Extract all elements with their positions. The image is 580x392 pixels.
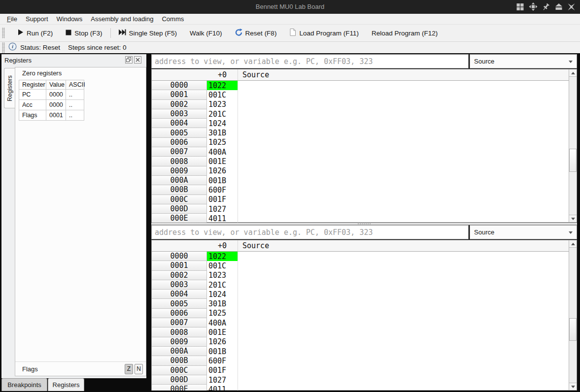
memory-address-cell[interactable]: 0002 (152, 271, 207, 280)
memory-value-cell[interactable]: 4011 (207, 385, 238, 391)
memory-value-cell[interactable]: 1024 (207, 119, 238, 128)
memory-address-cell[interactable]: 0006 (152, 309, 207, 318)
scroll-up-icon[interactable] (569, 240, 577, 248)
memory-value-cell[interactable]: 400A (207, 318, 238, 327)
memory-address-cell[interactable]: 000A (152, 176, 207, 185)
flag-n-button[interactable]: N (135, 364, 143, 374)
memory-value-cell[interactable]: 301B (207, 128, 238, 137)
memory-address-cell[interactable]: 0000 (152, 81, 207, 90)
memory-value-cell[interactable]: 001F (207, 366, 238, 375)
memory-value-cell[interactable]: 1023 (207, 100, 238, 109)
menu-assembly-and-loading[interactable]: Assembly and loading (91, 15, 153, 23)
memory-address-cell[interactable]: 0000 (152, 252, 207, 261)
address-input[interactable] (151, 54, 469, 68)
memory-address-cell[interactable]: 0003 (152, 280, 207, 290)
memory-address-cell[interactable]: 0004 (152, 119, 207, 128)
menu-comms[interactable]: Comms (162, 15, 184, 23)
vertical-tab-registers[interactable]: Registers (4, 68, 15, 108)
move-icon[interactable] (528, 2, 538, 11)
menu-file[interactable]: File (7, 15, 17, 23)
register-value-cell[interactable]: 0000 (46, 90, 66, 100)
memory-address-cell[interactable]: 0006 (152, 138, 207, 147)
memory-address-cell[interactable]: 0008 (152, 327, 207, 337)
memory-value-cell[interactable]: 1027 (207, 204, 238, 214)
shade-icon[interactable] (554, 2, 563, 11)
reload-program-button[interactable]: Reload Program (F12) (372, 30, 438, 37)
scrollbar-thumb[interactable] (569, 149, 577, 172)
memory-value-cell[interactable]: 201C (207, 280, 238, 290)
memory-value-cell[interactable]: 001B (207, 347, 238, 356)
memory-value-cell[interactable]: 001F (207, 195, 238, 204)
statusbar-drag-handle[interactable] (2, 42, 5, 53)
memory-address-cell[interactable]: 0009 (152, 337, 207, 347)
memory-value-cell[interactable]: 1026 (207, 166, 238, 176)
vertical-scrollbar[interactable] (569, 240, 577, 390)
memory-value-cell[interactable]: 001B (207, 176, 238, 185)
source-dropdown[interactable]: Source (470, 54, 577, 68)
memory-value-cell[interactable]: 1025 (207, 138, 238, 147)
memory-address-cell[interactable]: 0007 (152, 318, 207, 327)
memory-address-cell[interactable]: 000D (152, 375, 207, 385)
memory-address-cell[interactable]: 000A (152, 347, 207, 356)
memory-address-cell[interactable]: 0002 (152, 100, 207, 109)
memory-address-cell[interactable]: 000E (152, 214, 207, 223)
reset-button[interactable]: Reset (F8) (235, 29, 277, 37)
scroll-up-icon[interactable] (569, 69, 577, 77)
memory-address-cell[interactable]: 000D (152, 204, 207, 214)
walk-button[interactable]: Walk (F10) (190, 30, 222, 37)
scroll-down-icon[interactable] (569, 383, 577, 390)
load-program-button[interactable]: Load Program (F11) (289, 29, 359, 37)
address-input[interactable] (151, 225, 469, 239)
pin-icon[interactable] (541, 2, 550, 11)
memory-value-cell[interactable]: 301B (207, 299, 238, 308)
memory-value-cell[interactable]: 4011 (207, 214, 238, 223)
memory-value-cell[interactable]: 1022 (207, 81, 238, 90)
memory-value-cell[interactable]: 201C (207, 109, 238, 119)
memory-value-cell[interactable]: 1027 (207, 375, 238, 385)
close-icon[interactable] (567, 2, 576, 11)
menu-windows[interactable]: Windows (57, 15, 83, 23)
memory-address-cell[interactable]: 000C (152, 366, 207, 375)
memory-value-cell[interactable]: 1022 (207, 252, 238, 261)
single-step-button[interactable]: Single Step (F5) (119, 29, 177, 37)
memory-value-cell[interactable]: 001E (207, 157, 238, 166)
tab-registers[interactable]: Registers (48, 378, 84, 391)
memory-address-cell[interactable]: 0001 (152, 90, 207, 99)
memory-address-cell[interactable]: 000B (152, 356, 207, 365)
memory-value-cell[interactable]: 001C (207, 90, 238, 99)
memory-address-cell[interactable]: 000B (152, 185, 207, 195)
memory-value-cell[interactable]: 400A (207, 147, 238, 157)
toolbar-drag-handle[interactable] (2, 28, 5, 38)
memory-address-cell[interactable]: 0004 (152, 290, 207, 299)
flag-z-button[interactable]: Z (125, 364, 133, 374)
scrollbar-thumb[interactable] (569, 318, 577, 341)
memory-address-cell[interactable]: 000E (152, 385, 207, 391)
register-value-cell[interactable]: 0001 (46, 110, 66, 121)
dock-close-icon[interactable] (134, 56, 141, 64)
memory-value-cell[interactable]: 1024 (207, 290, 238, 299)
source-dropdown[interactable]: Source (470, 225, 577, 239)
memory-value-cell[interactable]: 1026 (207, 337, 238, 347)
scroll-down-icon[interactable] (569, 215, 577, 222)
memory-value-cell[interactable]: 600F (207, 356, 238, 365)
tab-breakpoints[interactable]: Breakpoints (1, 378, 47, 391)
memory-value-cell[interactable]: 001E (207, 327, 238, 337)
memory-address-cell[interactable]: 0008 (152, 157, 207, 166)
dock-float-icon[interactable] (125, 56, 133, 64)
vertical-scrollbar[interactable] (569, 69, 577, 222)
memory-value-cell[interactable]: 600F (207, 185, 238, 195)
run-button[interactable]: Run (F2) (18, 29, 53, 37)
memory-address-cell[interactable]: 0003 (152, 109, 207, 119)
tile-grid-icon[interactable] (515, 2, 525, 11)
memory-address-cell[interactable]: 0001 (152, 261, 207, 270)
memory-value-cell[interactable]: 001C (207, 261, 238, 270)
register-value-cell[interactable]: 0000 (46, 100, 66, 110)
stop-button[interactable]: Stop (F3) (66, 30, 102, 37)
memory-address-cell[interactable]: 0007 (152, 147, 207, 157)
memory-value-cell[interactable]: 1023 (207, 271, 238, 280)
memory-address-cell[interactable]: 0005 (152, 128, 207, 137)
memory-address-cell[interactable]: 0009 (152, 166, 207, 176)
memory-address-cell[interactable]: 000C (152, 195, 207, 204)
memory-address-cell[interactable]: 0005 (152, 299, 207, 308)
menu-support[interactable]: Support (26, 15, 48, 23)
